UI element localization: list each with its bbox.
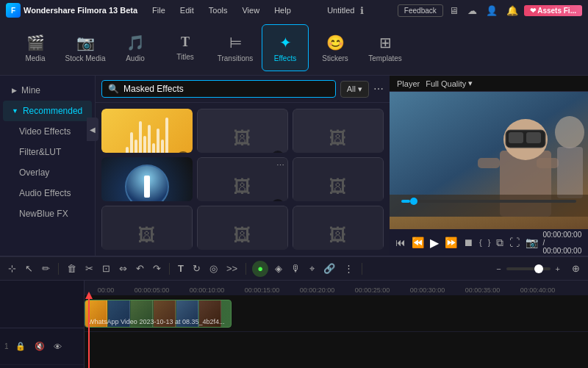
sidebar-video-effects-label: Video Effects: [19, 126, 71, 137]
timeline-cut-icon[interactable]: ✂: [83, 261, 96, 275]
download-icon: ⬇: [271, 199, 284, 201]
effect-audio-visualizer-glow[interactable]: ⬇ Audio Visualizer Glow: [101, 109, 193, 153]
bell-icon[interactable]: 🔔: [503, 4, 521, 18]
effect-row3-b[interactable]: 🖼: [197, 206, 288, 250]
menu-edit[interactable]: Edit: [174, 4, 200, 16]
step-forward-icon[interactable]: ⏩: [443, 235, 459, 250]
toolbar-transitions[interactable]: ⊨ Transitions: [212, 24, 259, 71]
ruler-mark: 00:00:25:00: [345, 286, 400, 294]
timeline-tool-cursor[interactable]: ↖: [23, 261, 35, 275]
quality-select[interactable]: Full Quality ▾: [426, 79, 473, 88]
timeline-speed-icon[interactable]: >>: [224, 261, 240, 275]
player-progress-bar[interactable]: [401, 200, 576, 203]
out-point-icon[interactable]: }: [487, 237, 492, 248]
assets-button[interactable]: ❤ Assets Fi...: [524, 5, 582, 16]
timeline-effects-icon[interactable]: ◎: [207, 261, 220, 275]
effect-row3-c[interactable]: 🖼: [293, 206, 384, 250]
menu-help[interactable]: Help: [268, 4, 297, 16]
skip-start-icon[interactable]: ⏮: [394, 235, 407, 250]
toolbar-audio[interactable]: 🎵 Audio: [112, 24, 159, 71]
timeline-zoom-slider[interactable]: − +: [494, 263, 562, 275]
timeline-text-icon[interactable]: T: [176, 261, 186, 275]
track-labels: 1 🔒 🔇 👁: [0, 281, 85, 368]
add-track-icon[interactable]: ⊕: [570, 261, 582, 275]
ruler-label: 00:00:10:00: [190, 286, 225, 294]
timeline-keyframe-icon[interactable]: ◈: [273, 261, 284, 275]
effect-placeholder-row2[interactable]: 🖼: [293, 157, 384, 201]
image-placeholder-icon: 🖼: [138, 225, 156, 245]
sidebar-item-newblue-fx[interactable]: NewBlue FX: [3, 203, 92, 224]
zoom-track[interactable]: [506, 267, 551, 270]
effects-panel: 🔍 All ▾ ⋯: [96, 76, 390, 256]
timeline-undo-icon[interactable]: ↶: [134, 261, 146, 275]
toolbar-titles[interactable]: T Titles: [162, 24, 209, 71]
effect-placeholder-row1[interactable]: 🖼: [293, 109, 384, 153]
timeline-link-icon[interactable]: 🔗: [321, 261, 337, 275]
cloud-icon[interactable]: ☁: [465, 4, 480, 18]
effect-image-mask[interactable]: Image Mask: [101, 157, 193, 201]
sidebar-item-overlay[interactable]: Overlay: [3, 162, 92, 183]
toolbar-stock-media[interactable]: 📷 Stock Media: [62, 24, 109, 71]
playhead[interactable]: [88, 295, 90, 368]
track-lock-icon[interactable]: 🔒: [13, 340, 28, 353]
timeline-delete-icon[interactable]: 🗑: [65, 261, 79, 275]
logo-icon: F: [6, 3, 21, 18]
more-options-icon[interactable]: ⋯: [373, 83, 384, 95]
zoom-thumb[interactable]: [534, 264, 543, 273]
toolbar-templates[interactable]: ⊞ Templates: [362, 24, 409, 71]
menu-view[interactable]: View: [236, 4, 265, 16]
effect-light-effect-18[interactable]: 🖼 ⬇ Light Effect 18: [197, 109, 288, 153]
search-box[interactable]: 🔍: [101, 80, 336, 98]
more-options-effect-icon[interactable]: ⋯: [276, 161, 284, 170]
sidebar-item-recommended[interactable]: ▼ Recommended: [3, 101, 92, 121]
stop-icon[interactable]: ⏹: [462, 235, 475, 250]
menu-file[interactable]: File: [146, 4, 171, 16]
vis-bar: [130, 132, 133, 153]
sidebar-collapse-btn[interactable]: ◀: [87, 118, 98, 141]
fullscreen-icon[interactable]: ⛶: [508, 235, 521, 250]
effect-thumb-blue-circle: [101, 157, 193, 201]
filter-all-button[interactable]: All ▾: [340, 81, 369, 98]
timeline-tool-select[interactable]: ⊹: [6, 261, 18, 275]
in-point-icon[interactable]: {: [478, 237, 484, 248]
timeline-crop-icon[interactable]: ⊡: [100, 261, 112, 275]
timeline-redo-icon[interactable]: ↷: [151, 261, 163, 275]
timeline-audio-icon[interactable]: 🎙: [289, 261, 303, 275]
timeline-rotate-icon[interactable]: ↻: [190, 261, 203, 275]
video-clip[interactable]: WhatsApp Video 2023-10-13 at 08.35_4b2f4…: [85, 300, 232, 328]
timeline-tool-pen[interactable]: ✏: [40, 261, 52, 275]
ruler-mark: 00:00:05:00: [124, 286, 179, 294]
toolbar-stickers[interactable]: 😊 Stickers: [312, 24, 359, 71]
search-input[interactable]: [123, 84, 329, 94]
player-panel: Player Full Quality ▾: [390, 76, 588, 256]
feedback-button[interactable]: Feedback: [398, 4, 443, 17]
track-eye-icon[interactable]: 👁: [51, 341, 64, 353]
effect-warm-family[interactable]: 🖼 ⬇ ⋯ Warm Family 01: [197, 157, 288, 201]
timeline-active-icon[interactable]: ●: [252, 261, 268, 277]
profile-icon[interactable]: 👤: [483, 4, 501, 18]
effect-thumb-row3a: 🖼: [101, 206, 193, 250]
play-icon[interactable]: ▶: [429, 234, 440, 251]
timeline-snap-icon[interactable]: ⌖: [307, 261, 317, 276]
zoom-out-icon[interactable]: −: [494, 263, 503, 275]
effect-row3-a[interactable]: 🖼: [101, 206, 193, 250]
sidebar-item-audio-effects[interactable]: Audio Effects: [3, 183, 92, 203]
transitions-icon: ⊨: [229, 34, 242, 51]
sidebar-item-filter-lut[interactable]: Filter&LUT: [3, 142, 92, 162]
sidebar-item-video-effects[interactable]: Video Effects: [3, 121, 92, 142]
timeline-split-icon[interactable]: ⋮: [342, 261, 356, 275]
monitor-icon[interactable]: 🖥: [446, 4, 462, 18]
zoom-in-icon[interactable]: +: [553, 263, 562, 275]
crop-icon[interactable]: ⧉: [495, 235, 505, 250]
sidebar-item-mine[interactable]: ▶ Mine: [3, 80, 92, 101]
menu-tools[interactable]: Tools: [203, 4, 234, 16]
track-mute-icon[interactable]: 🔇: [32, 340, 47, 353]
progress-handle[interactable]: [410, 198, 417, 205]
camera-icon[interactable]: 📷: [524, 235, 539, 250]
toolbar-titles-label: Titles: [176, 53, 194, 61]
ruler-label: 00:00:40:00: [520, 286, 556, 294]
timeline-flip-icon[interactable]: ⇔: [117, 261, 129, 275]
toolbar-media[interactable]: 🎬 Media: [12, 24, 59, 71]
toolbar-effects[interactable]: ✦ Effects: [262, 24, 309, 71]
step-back-icon[interactable]: ⏪: [410, 235, 426, 250]
